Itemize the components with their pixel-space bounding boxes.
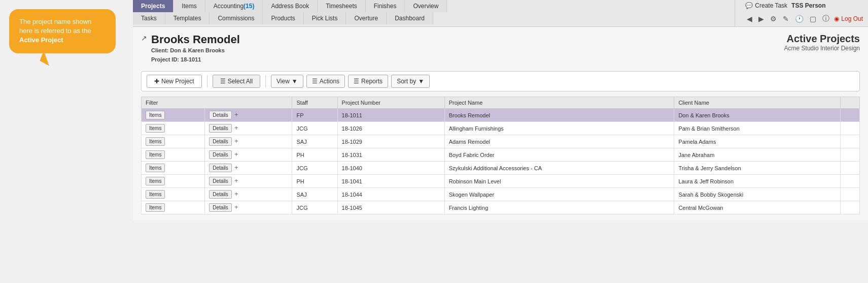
- extra-cell: [840, 175, 859, 188]
- info-icon[interactable]: ⓘ: [821, 13, 831, 24]
- active-projects-title: Active Projects: [784, 33, 860, 45]
- details-button[interactable]: Details: [209, 137, 232, 146]
- staff-cell: SAJ: [292, 135, 337, 148]
- active-projects-label: Active Projects Acme Studio Interior Des…: [784, 33, 860, 52]
- table-row[interactable]: Items Details + SAJ 18-1029 Adams Remode…: [142, 135, 860, 148]
- plus-button[interactable]: +: [233, 124, 239, 132]
- table-row[interactable]: Items Details + JCG 18-1045 Francis Ligh…: [142, 201, 860, 214]
- toolbar-separator-2: [265, 75, 266, 87]
- project-name-cell: Skogen Wallpaper: [444, 188, 674, 201]
- details-button[interactable]: Details: [209, 124, 232, 133]
- details-button[interactable]: Details: [209, 177, 232, 185]
- col-project-number: Project Number: [337, 97, 444, 109]
- plus-button[interactable]: +: [233, 137, 239, 145]
- project-name-cell: Robinson Main Level: [444, 175, 674, 188]
- nav-tab-templates[interactable]: Templates: [165, 12, 210, 24]
- details-cell: Details +: [205, 109, 292, 122]
- nav-tab-overture[interactable]: Overture: [346, 12, 387, 24]
- project-client: Client: Don & Karen Brooks: [151, 46, 240, 55]
- details-button[interactable]: Details: [209, 164, 232, 172]
- col-staff: Staff: [292, 97, 337, 109]
- plus-button[interactable]: +: [233, 164, 239, 171]
- project-name-cell: Adams Remodel: [444, 135, 674, 148]
- nav-tab-dashboard[interactable]: Dashboard: [387, 12, 433, 24]
- details-button[interactable]: Details: [209, 203, 232, 212]
- nav-bottom-row: Tasks Templates Commissions Products Pic…: [133, 12, 735, 24]
- staff-cell: JCG: [292, 162, 337, 175]
- plus-button[interactable]: +: [233, 203, 239, 211]
- client-name-cell: Don & Karen Brooks: [674, 109, 840, 122]
- items-button[interactable]: Items: [146, 150, 165, 159]
- details-button[interactable]: Details: [209, 150, 232, 159]
- extra-cell: [840, 109, 859, 122]
- create-task-button[interactable]: 💬 Create Task: [745, 2, 787, 9]
- select-all-button[interactable]: ☰ Select All: [213, 75, 260, 88]
- plus-circle-icon: ✚: [154, 78, 159, 85]
- nav-tab-commissions[interactable]: Commissions: [210, 12, 263, 24]
- col-extra: [840, 97, 859, 109]
- details-cell: Details +: [205, 188, 292, 201]
- items-button[interactable]: Items: [146, 111, 165, 119]
- nav-tab-accounting[interactable]: Accounting (15): [205, 0, 263, 12]
- gear-icon[interactable]: ⚙: [769, 14, 778, 24]
- details-button[interactable]: Details: [209, 111, 232, 119]
- nav-tab-tasks[interactable]: Tasks: [133, 12, 165, 24]
- nav-tab-products[interactable]: Products: [263, 12, 303, 24]
- table-row[interactable]: Items Details + FP 18-1011 Brooks Remode…: [142, 109, 860, 122]
- table-row[interactable]: Items Details + PH 18-1041 Robinson Main…: [142, 175, 860, 188]
- table-row[interactable]: Items Details + PH 18-1031 Boyd Fabric O…: [142, 148, 860, 162]
- pencil-icon[interactable]: ✎: [781, 14, 790, 24]
- col-filter: Filter: [142, 97, 292, 109]
- items-button[interactable]: Items: [146, 137, 165, 146]
- plus-button[interactable]: +: [233, 111, 239, 118]
- actions-dropdown[interactable]: ☰ Actions: [306, 75, 345, 88]
- nav-tab-finishes[interactable]: Finishes: [366, 0, 405, 12]
- nav-tab-projects[interactable]: Projects: [133, 0, 173, 12]
- extra-cell: [840, 188, 859, 201]
- col-client-name: Client Name: [674, 97, 840, 109]
- nav-tab-overview[interactable]: Overview: [405, 0, 447, 12]
- table-header: Filter Staff Project Number Project Name…: [142, 97, 860, 109]
- new-project-button[interactable]: ✚ New Project: [147, 75, 202, 88]
- reports-dropdown[interactable]: ☰ Reports: [348, 75, 388, 88]
- items-button[interactable]: Items: [146, 124, 165, 133]
- toolbar-separator-1: [207, 75, 207, 87]
- details-button[interactable]: Details: [209, 190, 232, 199]
- items-button[interactable]: Items: [146, 190, 165, 199]
- view-dropdown[interactable]: View ▼: [271, 75, 303, 88]
- arrow-left-icon[interactable]: ◀: [745, 14, 754, 24]
- nav-tab-items[interactable]: Items: [173, 0, 205, 12]
- nav-tab-timesheets[interactable]: Timesheets: [318, 0, 366, 12]
- square-icon[interactable]: ▢: [808, 14, 818, 24]
- plus-button[interactable]: +: [233, 177, 239, 184]
- table-header-row: Filter Staff Project Number Project Name…: [142, 97, 860, 109]
- plus-button[interactable]: +: [233, 190, 239, 198]
- nav-tab-address-book[interactable]: Address Book: [263, 0, 318, 12]
- items-btn-cell: Items: [142, 148, 205, 162]
- project-number-cell: 18-1031: [337, 148, 444, 162]
- nav-right-top: 💬 Create Task TSS Person: [740, 0, 868, 11]
- client-name-cell: Pamela Adams: [674, 135, 840, 148]
- clock-icon[interactable]: 🕐: [793, 14, 805, 24]
- items-button[interactable]: Items: [146, 177, 165, 185]
- staff-cell: JCG: [292, 201, 337, 214]
- extra-cell: [840, 162, 859, 175]
- sort-by-dropdown[interactable]: Sort by ▼: [391, 75, 430, 88]
- items-button[interactable]: Items: [146, 203, 165, 212]
- details-cell: Details +: [205, 162, 292, 175]
- toolbar: ✚ New Project ☰ Select All View ▼ ☰ Acti…: [141, 71, 860, 91]
- plus-button[interactable]: +: [233, 150, 239, 158]
- table-row[interactable]: Items Details + JCG 18-1040 Szykulski Ad…: [142, 162, 860, 175]
- nav-tab-pick-lists[interactable]: Pick Lists: [304, 12, 346, 24]
- chat-icon: 💬: [745, 2, 753, 9]
- arrow-right-icon[interactable]: ▶: [757, 14, 766, 24]
- project-id: Project ID: 18-1011: [151, 55, 240, 65]
- main-content: ↗ Brooks Remodel Client: Don & Karen Bro…: [133, 27, 868, 221]
- table-row[interactable]: Items Details + SAJ 18-1044 Skogen Wallp…: [142, 188, 860, 201]
- external-link-icon[interactable]: ↗: [141, 34, 147, 42]
- extra-cell: [840, 122, 859, 135]
- table-row[interactable]: Items Details + JCG 18-1026 Allingham Fu…: [142, 122, 860, 135]
- extra-cell: [840, 135, 859, 148]
- items-button[interactable]: Items: [146, 164, 165, 172]
- log-out-button[interactable]: ◉ Log Out: [834, 15, 863, 22]
